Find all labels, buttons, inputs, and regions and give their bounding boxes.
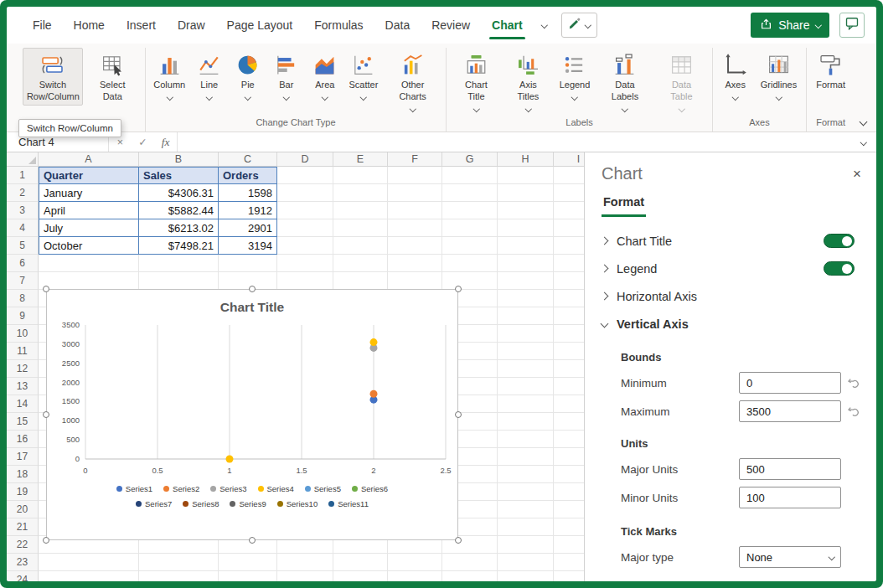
line-button[interactable]: Line: [191, 48, 228, 101]
cell-f7[interactable]: [388, 272, 442, 290]
cell-e2[interactable]: [333, 184, 388, 202]
cell-b5[interactable]: $7498.21: [139, 237, 219, 255]
cell-h7[interactable]: [498, 272, 554, 290]
insert-function-icon[interactable]: fx: [154, 132, 177, 152]
menu-tab-review[interactable]: Review: [421, 7, 481, 44]
select-data-button[interactable]: Select Data: [85, 48, 141, 106]
row-header-2[interactable]: 2: [7, 184, 39, 202]
row-header-17[interactable]: 17: [7, 448, 39, 466]
cell-h11[interactable]: [498, 343, 554, 360]
cell-e3[interactable]: [333, 202, 388, 219]
cell-a1[interactable]: Quarter: [39, 167, 139, 184]
cell-g6[interactable]: [442, 255, 498, 272]
cell-b1[interactable]: Sales: [139, 167, 219, 184]
cell-d3[interactable]: [277, 202, 333, 219]
formula-input[interactable]: [177, 132, 851, 152]
menu-tab-file[interactable]: File: [22, 7, 63, 44]
menu-tab-page-layout[interactable]: Page Layout: [216, 7, 304, 44]
cell-a3[interactable]: April: [39, 202, 139, 219]
cell-e7[interactable]: [333, 272, 388, 290]
cell-i12[interactable]: [554, 360, 584, 378]
cell-d2[interactable]: [277, 184, 333, 202]
row-header-5[interactable]: 5: [7, 237, 39, 255]
cell-i5[interactable]: [554, 237, 584, 255]
cell-i9[interactable]: [554, 307, 584, 325]
cell-h22[interactable]: [498, 536, 554, 554]
menu-tab-formulas[interactable]: Formulas: [303, 7, 374, 44]
cell-a24[interactable]: [39, 571, 139, 581]
enter-icon[interactable]: ✓: [132, 132, 154, 152]
menu-tab-data[interactable]: Data: [374, 7, 421, 44]
legend-item-series9[interactable]: Series9: [230, 499, 266, 508]
cell-h20[interactable]: [498, 501, 554, 518]
column-header-e[interactable]: E: [333, 152, 388, 167]
chart-resize-handle[interactable]: [249, 537, 256, 544]
legend-item-series11[interactable]: Series11: [328, 499, 369, 508]
cell-d5[interactable]: [277, 237, 333, 255]
cell-g24[interactable]: [442, 571, 498, 581]
toggle-on[interactable]: [824, 261, 855, 276]
cell-h3[interactable]: [498, 202, 554, 219]
maximum-input[interactable]: [739, 400, 841, 422]
row-header-8[interactable]: 8: [7, 290, 39, 307]
cell-h16[interactable]: [498, 431, 554, 448]
expand-formula-bar-chevron[interactable]: [851, 132, 876, 152]
cell-b4[interactable]: $6213.02: [139, 219, 219, 237]
reset-icon[interactable]: [841, 405, 863, 418]
row-header-19[interactable]: 19: [7, 483, 39, 501]
cell-e4[interactable]: [333, 219, 388, 237]
cell-h2[interactable]: [498, 184, 554, 202]
tab-format[interactable]: Format: [602, 192, 646, 217]
row-header-22[interactable]: 22: [7, 536, 39, 554]
chart-resize-handle[interactable]: [43, 537, 49, 544]
chart-title[interactable]: Chart Title: [47, 290, 457, 318]
cell-h18[interactable]: [498, 466, 554, 483]
cell-f6[interactable]: [388, 255, 442, 272]
taskpane-section-chart-title[interactable]: Chart Title: [585, 227, 876, 255]
row-header-11[interactable]: 11: [7, 343, 39, 360]
cell-c6[interactable]: [219, 255, 277, 272]
cell-i15[interactable]: [554, 413, 584, 431]
minor-units-input[interactable]: [739, 487, 841, 508]
row-header-1[interactable]: 1: [7, 167, 39, 184]
comments-button[interactable]: [839, 13, 865, 38]
cell-h19[interactable]: [498, 483, 554, 501]
menu-tab-home[interactable]: Home: [63, 7, 116, 44]
cell-i14[interactable]: [554, 395, 584, 413]
cell-e24[interactable]: [333, 571, 388, 581]
cell-e5[interactable]: [333, 237, 388, 255]
cell-i6[interactable]: [554, 255, 584, 272]
legend-item-series6[interactable]: Series6: [352, 484, 388, 493]
row-header-24[interactable]: 24: [7, 571, 39, 581]
cell-i19[interactable]: [554, 483, 584, 501]
cell-g2[interactable]: [442, 184, 498, 202]
chart-resize-handle[interactable]: [455, 411, 462, 418]
cell-a23[interactable]: [39, 554, 139, 571]
close-pane-icon[interactable]: ×: [853, 167, 861, 181]
cell-i10[interactable]: [554, 325, 584, 343]
cell-i8[interactable]: [554, 290, 584, 307]
cell-d23[interactable]: [277, 554, 333, 571]
row-header-21[interactable]: 21: [7, 518, 39, 536]
cell-h24[interactable]: [498, 571, 554, 581]
cell-i21[interactable]: [554, 518, 584, 536]
toggle-on[interactable]: [824, 234, 855, 248]
cell-i20[interactable]: [554, 501, 584, 518]
cell-b3[interactable]: $5882.44: [139, 202, 219, 219]
chart-resize-handle[interactable]: [455, 286, 462, 292]
cell-b24[interactable]: [139, 571, 219, 581]
bar-button[interactable]: Bar: [268, 48, 305, 101]
column-header-b[interactable]: B: [139, 152, 219, 167]
column-header-d[interactable]: D: [277, 152, 333, 167]
cell-i23[interactable]: [554, 554, 584, 571]
area-button[interactable]: Area: [307, 48, 343, 101]
cell-i2[interactable]: [554, 184, 584, 202]
cell-f2[interactable]: [388, 184, 442, 202]
cell-f4[interactable]: [388, 219, 442, 237]
row-header-7[interactable]: 7: [7, 272, 39, 290]
cell-h21[interactable]: [498, 518, 554, 536]
share-button[interactable]: Share: [751, 13, 829, 38]
cell-c4[interactable]: 2901: [219, 219, 277, 237]
row-header-3[interactable]: 3: [7, 202, 39, 219]
select-all-corner[interactable]: [7, 152, 39, 167]
